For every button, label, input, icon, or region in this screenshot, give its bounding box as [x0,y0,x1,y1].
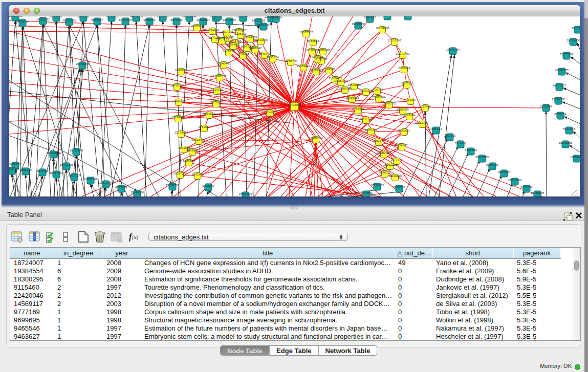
svg-text:19586522: 19586522 [382,102,396,105]
svg-text:18724007: 18724007 [288,103,301,106]
svg-text:7749509: 7749509 [323,68,335,71]
svg-text:11318461: 11318461 [192,138,206,141]
svg-text:8079409: 8079409 [170,18,183,21]
svg-text:19218506: 19218506 [352,23,365,26]
svg-text:4050413: 4050413 [430,127,442,130]
svg-text:18795716: 18795716 [170,84,184,87]
svg-text:15375853: 15375853 [560,53,574,56]
svg-text:13910648: 13910648 [531,191,545,194]
svg-text:4753657: 4753657 [198,125,210,128]
svg-text:8685577: 8685577 [91,18,103,21]
svg-text:14460856: 14460856 [129,16,143,18]
svg-text:13146585: 13146585 [552,98,565,101]
svg-text:17559643: 17559643 [570,156,580,159]
svg-text:20691406: 20691406 [62,19,76,22]
svg-text:20053346: 20053346 [76,62,90,65]
svg-text:4570554: 4570554 [191,25,203,28]
svg-text:9436057: 9436057 [9,163,21,166]
svg-text:13529912: 13529912 [347,83,361,86]
svg-text:19095773: 19095773 [310,69,323,72]
svg-text:2876966: 2876966 [77,16,90,18]
svg-text:21097245: 21097245 [172,99,186,102]
svg-text:20037339: 20037339 [173,172,187,175]
svg-text:12975115: 12975115 [400,82,414,85]
svg-text:18252216: 18252216 [383,163,397,166]
svg-text:2054043: 2054043 [396,144,408,147]
svg-text:17796882: 17796882 [371,184,384,187]
svg-text:14401657: 14401657 [553,84,567,87]
svg-text:19448347: 19448347 [248,47,262,50]
svg-text:11558837: 11558837 [197,18,210,21]
svg-text:18902973: 18902973 [264,110,277,113]
svg-text:20744773: 20744773 [359,117,373,120]
svg-text:14387959: 14387959 [334,79,348,82]
svg-text:10344146: 10344146 [388,174,402,178]
svg-text:21012166: 21012166 [508,179,522,182]
svg-text:18705794: 18705794 [284,59,298,62]
svg-text:1019189: 1019189 [211,88,223,91]
svg-text:2887682: 2887682 [364,16,376,19]
svg-text:10057945: 10057945 [9,16,23,17]
svg-text:8369062: 8369062 [50,16,62,18]
svg-text:9953167: 9953167 [68,174,80,177]
svg-text:14275203: 14275203 [252,19,266,22]
svg-text:17287807: 17287807 [299,31,313,34]
svg-text:8134562: 8134562 [210,16,222,18]
svg-text:3131636: 3131636 [520,186,533,189]
svg-text:22439587: 22439587 [232,29,246,32]
svg-text:8813054: 8813054 [270,16,282,19]
svg-text:8359183: 8359183 [554,113,567,116]
svg-text:22053595: 22053595 [475,156,489,159]
svg-text:1385239: 1385239 [19,168,32,171]
svg-text:12213967: 12213967 [388,39,402,42]
svg-text:6420686: 6420686 [175,69,187,72]
svg-text:14055724: 14055724 [16,20,30,23]
svg-text:7357224: 7357224 [257,24,270,27]
svg-text:6994562: 6994562 [393,186,405,189]
svg-text:21353914: 21353914 [297,64,311,68]
svg-text:5308102: 5308102 [234,32,247,35]
svg-text:18754131: 18754131 [60,163,74,166]
svg-text:15588301: 15588301 [166,184,180,187]
svg-text:9983893: 9983893 [143,18,156,21]
svg-text:8188594: 8188594 [307,39,319,42]
svg-text:6368105: 6368105 [486,163,498,166]
svg-text:18096865: 18096865 [559,141,573,144]
svg-text:9837869: 9837869 [360,191,373,194]
svg-text:9082309: 9082309 [183,160,195,163]
svg-text:5219822: 5219822 [223,50,235,53]
svg-text:19098556: 19098556 [213,75,227,78]
svg-text:21981592: 21981592 [206,28,220,31]
svg-text:12087340: 12087340 [377,151,391,155]
svg-text:10848230: 10848230 [130,191,144,194]
svg-text:20615450: 20615450 [567,39,580,42]
svg-text:20994697: 20994697 [47,151,60,155]
svg-text:(x): (x) [132,234,139,240]
svg-text:2943646: 2943646 [186,149,199,152]
svg-text:16705148: 16705148 [70,149,83,152]
svg-text:15165337: 15165337 [497,170,511,173]
svg-text:19093688: 19093688 [316,49,330,52]
svg-text:5439648: 5439648 [311,56,323,59]
svg-text:17394887: 17394887 [171,116,185,119]
svg-text:9816145: 9816145 [572,27,580,30]
svg-text:18366963: 18366963 [345,96,359,99]
svg-text:8986110: 8986110 [379,171,391,174]
svg-text:13546466: 13546466 [217,62,231,65]
svg-text:9893824: 9893824 [267,56,279,59]
svg-text:22992872: 22992872 [223,18,236,21]
svg-text:20740364: 20740364 [372,96,386,99]
svg-text:6540741: 6540741 [258,52,271,55]
svg-text:2975475: 2975475 [365,128,377,132]
svg-text:7463627: 7463627 [404,98,417,101]
svg-text:4743069: 4743069 [115,186,127,189]
svg-text:10154808: 10154808 [376,27,389,30]
svg-text:5641643: 5641643 [563,127,575,130]
svg-text:4843718: 4843718 [36,169,49,172]
svg-text:18874652: 18874652 [227,43,241,46]
svg-text:16648784: 16648784 [446,48,460,51]
svg-text:6128503: 6128503 [465,148,477,151]
svg-text:3261579: 3261579 [373,139,385,142]
svg-text:19563180: 19563180 [9,168,19,171]
svg-text:19384554: 19384554 [309,137,323,140]
